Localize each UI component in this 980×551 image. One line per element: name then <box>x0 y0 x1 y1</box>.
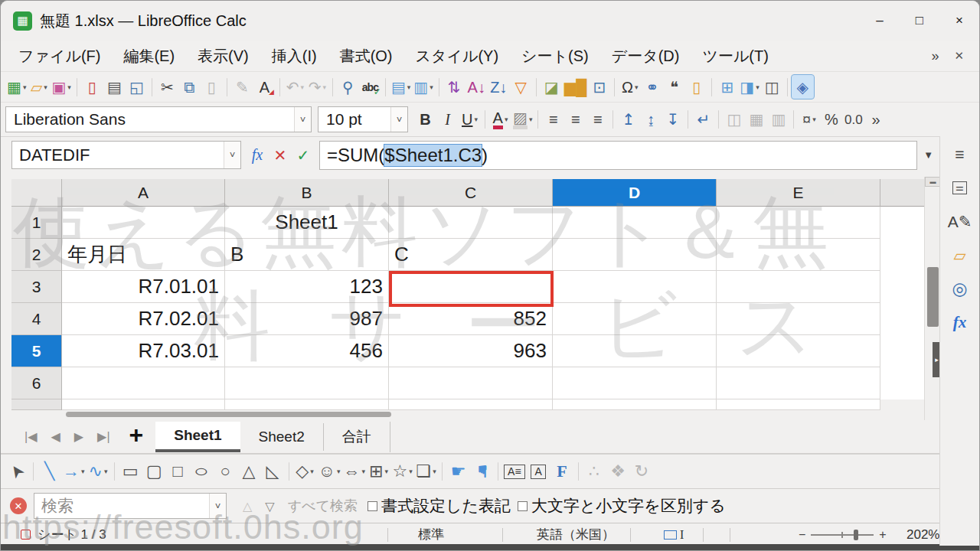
split-window-icon[interactable]: ◫ <box>761 75 783 99</box>
select-all-corner[interactable] <box>11 179 62 207</box>
comment-icon[interactable]: ❝ <box>663 75 685 99</box>
previous-sheet-icon[interactable]: ◀ <box>44 429 67 444</box>
col-header-d-selected[interactable]: D <box>553 179 717 207</box>
cell-A1[interactable] <box>62 207 225 239</box>
row-header-2[interactable]: 2 <box>11 239 62 271</box>
sort-ascending-icon[interactable]: A↓ <box>466 75 488 99</box>
checkbox-icon[interactable] <box>368 501 377 511</box>
minimize-button[interactable]: – <box>860 1 900 41</box>
insert-ole-object-icon[interactable]: ⊡ <box>588 75 610 99</box>
highlighting-color-icon[interactable]: ▨ <box>511 108 534 132</box>
chevron-down-icon[interactable]: ˅ <box>209 494 226 518</box>
special-character-icon[interactable]: Ω <box>619 75 641 99</box>
cell-C2[interactable]: C <box>389 239 553 271</box>
name-box[interactable]: DATEDIF ˅ <box>11 141 241 169</box>
curve-icon[interactable]: ∿ <box>87 460 110 484</box>
bold-icon[interactable]: B <box>414 108 436 132</box>
zoom-in-icon[interactable]: + <box>879 528 886 542</box>
zoom-slider-thumb[interactable] <box>854 530 858 540</box>
zoom-out-icon[interactable]: − <box>799 528 805 542</box>
close-document-icon[interactable]: ✕ <box>954 49 964 63</box>
page-style[interactable]: 標準 <box>418 523 444 546</box>
cell-B3[interactable]: 123 <box>225 271 389 303</box>
format-as-currency-icon[interactable]: ¤ <box>798 108 820 132</box>
navigator-icon[interactable]: ◎ <box>949 277 971 301</box>
cell-E5[interactable] <box>717 335 880 367</box>
center-vertically-icon[interactable]: ↨ <box>639 108 662 132</box>
italic-icon[interactable]: I <box>436 108 459 132</box>
cell-E6[interactable] <box>717 367 880 399</box>
underline-icon[interactable]: U <box>459 108 481 132</box>
align-bottom-icon[interactable]: ↧ <box>662 108 684 132</box>
font-size-combobox[interactable]: 10 pt ˅ <box>318 106 408 132</box>
next-sheet-icon[interactable]: ▶ <box>67 429 90 444</box>
headers-footers-icon[interactable]: ▯ <box>685 75 707 99</box>
show-draw-functions-icon[interactable]: ◈ <box>792 75 814 99</box>
fontwork-icon[interactable]: F <box>550 460 574 484</box>
line-arrow-icon[interactable]: → <box>61 460 87 484</box>
tab-sheet1[interactable]: Sheet1 <box>155 422 240 452</box>
hyperlink-icon[interactable]: ⚭ <box>641 75 663 99</box>
formula-input[interactable]: =SUM($Sheet1.C3) <box>319 141 917 170</box>
spelling-icon[interactable]: abc <box>359 75 381 99</box>
zoom-level[interactable]: 202% <box>906 523 939 546</box>
maximize-button[interactable]: □ <box>900 1 939 41</box>
match-case-checkbox[interactable]: 大文字と小文字を区別する <box>518 495 726 517</box>
close-button[interactable]: × <box>939 1 979 41</box>
cell-A5[interactable]: R7.03.01 <box>62 335 225 367</box>
cell-E3[interactable] <box>717 271 880 303</box>
col-header-b[interactable]: B <box>225 179 389 207</box>
cancel-icon[interactable]: ✕ <box>269 143 292 168</box>
accept-icon[interactable]: ✓ <box>292 143 315 168</box>
cell-B1[interactable]: Sheet1 <box>225 207 389 239</box>
search-input[interactable] <box>34 494 209 518</box>
menu-tools[interactable]: ツール(T) <box>691 42 779 70</box>
first-sheet-icon[interactable]: |◀ <box>18 429 44 444</box>
row-header-6[interactable]: 6 <box>11 367 62 399</box>
sort-descending-icon[interactable]: Z↓ <box>488 75 510 99</box>
selection-mode-icon[interactable]: I <box>664 523 684 546</box>
gallery-icon[interactable]: ▱ <box>949 243 971 267</box>
cell-D5[interactable] <box>553 335 717 367</box>
cut-icon[interactable]: ✂ <box>156 75 178 99</box>
select-icon[interactable]: ➤ <box>5 460 29 484</box>
vertical-scrollbar-thumb[interactable] <box>927 267 939 327</box>
cell-B6[interactable] <box>225 367 389 399</box>
autofilter-icon[interactable]: ▽ <box>510 75 532 99</box>
text-language[interactable]: 英語（米国） <box>537 523 615 546</box>
vertical-scrollbar[interactable]: ▬ <box>924 177 941 420</box>
menu-view[interactable]: 表示(V) <box>186 42 260 70</box>
align-center-icon[interactable]: ≡ <box>564 108 586 132</box>
format-as-number-icon[interactable]: 0.0 <box>842 108 864 132</box>
format-as-percent-icon[interactable]: % <box>820 108 842 132</box>
expand-formula-bar-icon[interactable]: ▼ <box>923 149 933 161</box>
insert-image-icon[interactable]: ◪ <box>541 75 563 99</box>
horizontal-scrollbar[interactable] <box>66 412 391 417</box>
cell-E1[interactable] <box>717 207 880 239</box>
save-icon[interactable]: ▣ <box>50 75 72 99</box>
callout-shapes-icon[interactable]: ❏ <box>414 460 438 484</box>
rounded-rectangle-icon[interactable]: ▢ <box>142 460 166 484</box>
stars-banners-icon[interactable]: ☆ <box>390 460 414 484</box>
cell-E2[interactable] <box>717 239 880 271</box>
cell-D6[interactable] <box>553 367 717 399</box>
scrollbar-split-handle[interactable]: ▬ <box>925 177 941 187</box>
properties-icon[interactable]: ⚌ <box>949 176 971 200</box>
cell-A2[interactable]: 年月日 <box>62 239 225 271</box>
tab-goukei[interactable]: 合計 <box>324 422 390 452</box>
clear-formatting-icon[interactable]: A <box>253 75 276 99</box>
print-preview-icon[interactable]: ◱ <box>126 75 148 99</box>
search-combobox[interactable]: ˅ <box>34 493 227 519</box>
wrap-text-icon[interactable]: ↵ <box>692 108 714 132</box>
block-arrows-icon[interactable]: ⇔ <box>342 460 368 484</box>
textbox-vertical-icon[interactable]: A <box>527 460 550 484</box>
font-name-value[interactable]: Liberation Sans <box>6 107 294 132</box>
cell-C5[interactable]: 963 <box>389 335 553 367</box>
insert-rows-icon[interactable]: ▤ <box>390 75 412 99</box>
functions-icon[interactable]: fx <box>949 311 971 334</box>
freeze-rows-columns-icon[interactable]: ◨ <box>738 75 760 99</box>
menu-insert[interactable]: 挿入(I) <box>260 42 328 70</box>
cell-B5[interactable]: 456 <box>225 335 389 367</box>
last-sheet-icon[interactable]: ▶| <box>90 429 116 444</box>
add-sheet-button[interactable]: + <box>117 421 156 452</box>
